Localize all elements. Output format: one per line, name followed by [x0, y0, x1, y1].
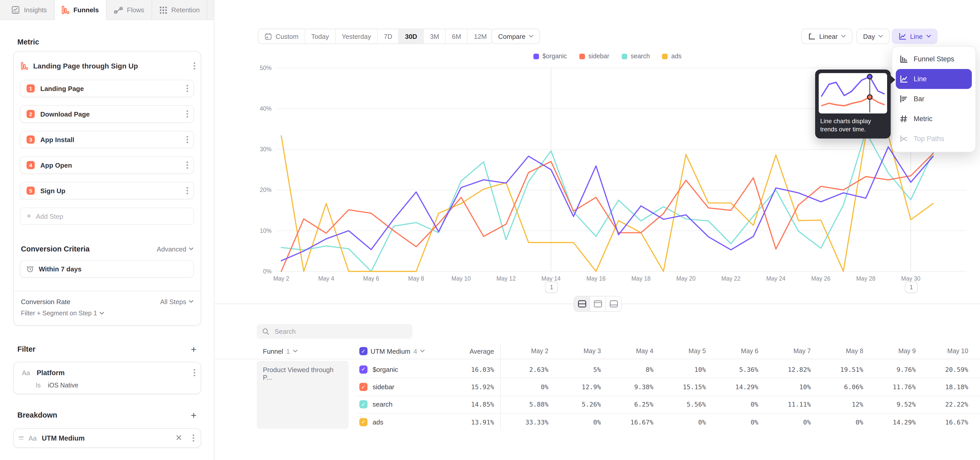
add-filter-button[interactable]: + — [191, 344, 197, 354]
chart-type-dropdown-button[interactable]: Line — [892, 29, 937, 44]
metric-card-header[interactable]: Landing Page through Sign Up — [21, 58, 196, 74]
tab-funnels[interactable]: Funnels — [55, 0, 107, 20]
menu-item-funnel-steps[interactable]: Funnel Steps — [896, 49, 972, 69]
funnel-step-row[interactable]: 5Sign Up — [20, 182, 194, 199]
kebab-icon[interactable] — [186, 84, 188, 93]
legend-item-sidebar[interactable]: sidebar — [579, 53, 609, 60]
search-input[interactable] — [274, 327, 407, 336]
x-axis-tick-label: May 16 — [587, 275, 606, 282]
kebab-icon[interactable] — [192, 434, 194, 442]
x-axis-tick-label: May 20 — [676, 275, 695, 282]
x-axis-tick-label: May 12 — [496, 275, 515, 282]
range-12m[interactable]: 12M — [468, 29, 493, 43]
breakdown-property[interactable]: UTM Medium — [42, 434, 170, 442]
tab-retention[interactable]: Retention — [152, 0, 207, 20]
range-30d[interactable]: 30D — [399, 29, 424, 43]
conversion-rate-dropdown[interactable]: All Steps — [160, 298, 193, 305]
column-header-may-4[interactable]: May 4 — [636, 343, 653, 359]
add-breakdown-button[interactable]: + — [191, 410, 197, 420]
compare-button[interactable]: Compare — [492, 29, 540, 44]
chart-type-menu: Funnel StepsLineBarMetricTop Paths — [892, 46, 976, 152]
kebab-icon[interactable] — [193, 62, 196, 70]
series-name[interactable]: ads — [372, 418, 383, 426]
filter-segment-toggle[interactable]: Filter + Segment on Step 1 — [21, 310, 104, 317]
breakdown-column-header[interactable]: ✓ UTM Medium 4 — [360, 343, 425, 359]
x-axis-tick-label: May 26 — [811, 275, 830, 282]
column-header-may-9[interactable]: May 9 — [898, 343, 916, 359]
funnel-step-row[interactable]: 4App Open — [20, 157, 194, 174]
annotation-badge[interactable]: 1 — [905, 282, 918, 293]
column-header-may-7[interactable]: May 7 — [794, 343, 811, 359]
funnel-column-header[interactable]: Funnel 1 — [263, 343, 298, 359]
column-header-may-3[interactable]: May 3 — [584, 343, 601, 359]
row-checkbox[interactable]: ✓ — [360, 365, 368, 373]
funnel-name-cell[interactable]: Product Viewed through P... — [257, 361, 348, 429]
scale-dropdown-button[interactable]: Linear — [801, 29, 853, 44]
range-label: Yesterday — [342, 32, 371, 40]
cell-value: 12% — [852, 401, 863, 408]
conversion-window-field[interactable]: Within 7 days — [20, 260, 194, 278]
cell-value: 16.67% — [945, 418, 968, 426]
conversion-mode-dropdown[interactable]: Advanced — [157, 245, 193, 253]
add-step-button[interactable]: +Add Step — [20, 208, 194, 225]
column-header-may-8[interactable]: May 8 — [846, 343, 863, 359]
divider — [14, 291, 200, 291]
series-name[interactable]: search — [372, 401, 393, 408]
step-number-badge: 4 — [27, 161, 35, 169]
tab-insights[interactable]: Insights — [4, 0, 55, 20]
cell-value: 0% — [698, 418, 706, 426]
tab-label: Insights — [24, 6, 47, 14]
kebab-icon[interactable] — [193, 369, 196, 377]
filter-property[interactable]: Platform — [37, 369, 187, 377]
top-paths-icon — [899, 134, 908, 143]
range-today[interactable]: Today — [305, 29, 336, 43]
range-7d[interactable]: 7D — [378, 29, 399, 43]
range-yesterday[interactable]: Yesterday — [336, 29, 378, 43]
series-name[interactable]: $organic — [372, 366, 398, 373]
row-checkbox[interactable]: ✓ — [360, 418, 368, 426]
menu-item-bar[interactable]: Bar — [896, 89, 972, 109]
menu-item-label: Line — [914, 75, 927, 83]
select-all-checkbox[interactable]: ✓ — [360, 347, 368, 355]
granularity-dropdown-button[interactable]: Day — [856, 29, 890, 44]
legend-item-ads[interactable]: ads — [662, 53, 681, 60]
range-label: 6M — [452, 32, 461, 40]
column-header-may-10[interactable]: May 10 — [947, 343, 968, 359]
funnel-steps-icon — [899, 55, 908, 63]
range-custom[interactable]: Custom — [258, 29, 305, 43]
annotation-badge[interactable]: 1 — [545, 282, 558, 293]
menu-item-line[interactable]: Line — [896, 69, 972, 89]
drag-handle-icon[interactable] — [19, 436, 24, 439]
menu-item-metric[interactable]: Metric — [896, 109, 972, 129]
split-view-button[interactable] — [574, 296, 590, 311]
chart-view-button[interactable] — [590, 296, 606, 311]
cell-value: 11.11% — [788, 401, 811, 408]
kebab-icon[interactable] — [186, 110, 188, 118]
funnels-icon — [62, 6, 69, 14]
average-column-header[interactable]: Average — [469, 343, 494, 359]
range-6m[interactable]: 6M — [446, 29, 468, 43]
step-label: App Open — [40, 161, 181, 169]
legend-item-search[interactable]: search — [621, 53, 650, 60]
table-view-button[interactable] — [606, 296, 621, 311]
funnel-step-row[interactable]: 1Landing Page — [20, 80, 194, 97]
column-header-may-5[interactable]: May 5 — [689, 343, 706, 359]
filter-operator[interactable]: Is — [36, 382, 41, 389]
range-3m[interactable]: 3M — [424, 29, 446, 43]
remove-breakdown-icon[interactable]: ✕ — [175, 434, 182, 442]
kebab-icon[interactable] — [186, 161, 188, 169]
funnel-step-row[interactable]: 2Download Page — [20, 105, 194, 123]
cell-value: 18.18% — [945, 383, 968, 391]
kebab-icon[interactable] — [186, 187, 188, 195]
row-checkbox[interactable]: ✓ — [360, 401, 368, 409]
column-header-may-2[interactable]: May 2 — [531, 343, 549, 359]
tab-flows[interactable]: Flows — [107, 0, 152, 20]
funnel-step-row[interactable]: 3App Install — [20, 131, 194, 148]
legend-item-organic[interactable]: $organic — [533, 53, 567, 60]
series-name[interactable]: sidebar — [372, 383, 394, 391]
filter-value[interactable]: iOS Native — [48, 382, 78, 389]
kebab-icon[interactable] — [186, 136, 188, 144]
row-checkbox[interactable]: ✓ — [360, 383, 368, 391]
column-header-may-6[interactable]: May 6 — [741, 343, 758, 359]
tab-label: Flows — [127, 6, 144, 14]
